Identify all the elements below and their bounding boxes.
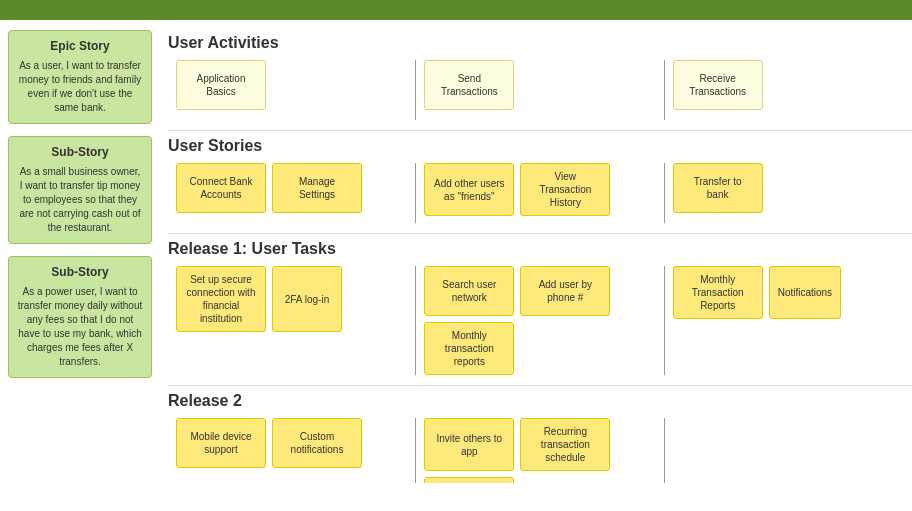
section-1: User StoriesConnect Bank AccountsManage … bbox=[168, 131, 912, 234]
section-0: User ActivitiesApplication BasicsSend Tr… bbox=[168, 28, 912, 131]
note-2-0-0: Set up secure connection with financial … bbox=[176, 266, 266, 332]
note-1-0-0: Connect Bank Accounts bbox=[176, 163, 266, 213]
column-1-0: Connect Bank AccountsManage Settings bbox=[168, 163, 416, 223]
section-2: Release 1: User TasksSet up secure conne… bbox=[168, 234, 912, 386]
columns-layout-0: Application BasicsSend TransactionsRecei… bbox=[168, 60, 912, 120]
story-card-1: Sub-Story As a small business owner, I w… bbox=[8, 136, 152, 244]
note-1-2-0: Transfer to bank bbox=[673, 163, 763, 213]
note-1-1-1: View Transaction History bbox=[520, 163, 610, 216]
note-3-1-1: Recurring transaction schedule bbox=[520, 418, 610, 471]
section-title-2: Release 1: User Tasks bbox=[168, 240, 912, 258]
sidebar: Epic Story As a user, I want to transfer… bbox=[0, 20, 160, 491]
columns-layout-2: Set up secure connection with financial … bbox=[168, 266, 912, 375]
header bbox=[0, 0, 912, 20]
section-title-0: User Activities bbox=[168, 34, 912, 52]
card-type-1: Sub-Story bbox=[17, 145, 143, 159]
note-2-1-2: Monthly transaction reports bbox=[424, 322, 514, 375]
column-1-1: Add other users as "friends"View Transac… bbox=[416, 163, 664, 223]
note-2-1-0: Search user network bbox=[424, 266, 514, 316]
section-title-1: User Stories bbox=[168, 137, 912, 155]
note-0-2-0: Receive Transactions bbox=[673, 60, 763, 110]
column-3-0: Mobile device supportCustom notification… bbox=[168, 418, 416, 483]
story-card-2: Sub-Story As a power user, I want to tra… bbox=[8, 256, 152, 378]
note-3-1-0: Invite others to app bbox=[424, 418, 514, 471]
column-2-1: Search user networkAdd user by phone #Mo… bbox=[416, 266, 664, 375]
note-0-0-0: Application Basics bbox=[176, 60, 266, 110]
column-2-2: Monthly Transaction ReportsNotifications bbox=[665, 266, 912, 375]
note-1-1-0: Add other users as "friends" bbox=[424, 163, 514, 216]
section-title-3: Release 2 bbox=[168, 392, 912, 410]
note-2-0-1: 2FA log-in bbox=[272, 266, 342, 332]
column-3-2 bbox=[665, 418, 912, 483]
column-0-2: Receive Transactions bbox=[665, 60, 912, 120]
note-0-1-0: Send Transactions bbox=[424, 60, 514, 110]
content-area: User ActivitiesApplication BasicsSend Tr… bbox=[160, 20, 912, 491]
columns-layout-1: Connect Bank AccountsManage SettingsAdd … bbox=[168, 163, 912, 223]
card-type-2: Sub-Story bbox=[17, 265, 143, 279]
column-0-1: Send Transactions bbox=[416, 60, 664, 120]
note-3-0-0: Mobile device support bbox=[176, 418, 266, 468]
card-text-0: As a user, I want to transfer money to f… bbox=[17, 59, 143, 115]
note-3-0-1: Custom notifications bbox=[272, 418, 362, 468]
card-type-0: Epic Story bbox=[17, 39, 143, 53]
note-2-2-1: Notifications bbox=[769, 266, 841, 319]
card-text-1: As a small business owner, I want to tra… bbox=[17, 165, 143, 235]
columns-layout-3: Mobile device supportCustom notification… bbox=[168, 418, 912, 483]
sections-wrapper: User ActivitiesApplication BasicsSend Tr… bbox=[168, 28, 912, 483]
card-text-2: As a power user, I want to transfer mone… bbox=[17, 285, 143, 369]
note-2-2-0: Monthly Transaction Reports bbox=[673, 266, 763, 319]
column-0-0: Application Basics bbox=[168, 60, 416, 120]
column-2-0: Set up secure connection with financial … bbox=[168, 266, 416, 375]
note-2-1-1: Add user by phone # bbox=[520, 266, 610, 316]
note-3-1-2: Security verifications bbox=[424, 477, 514, 483]
column-3-1: Invite others to appRecurring transactio… bbox=[416, 418, 664, 483]
story-card-0: Epic Story As a user, I want to transfer… bbox=[8, 30, 152, 124]
note-1-0-1: Manage Settings bbox=[272, 163, 362, 213]
section-3: Release 2Mobile device supportCustom not… bbox=[168, 386, 912, 483]
column-1-2: Transfer to bank bbox=[665, 163, 912, 223]
